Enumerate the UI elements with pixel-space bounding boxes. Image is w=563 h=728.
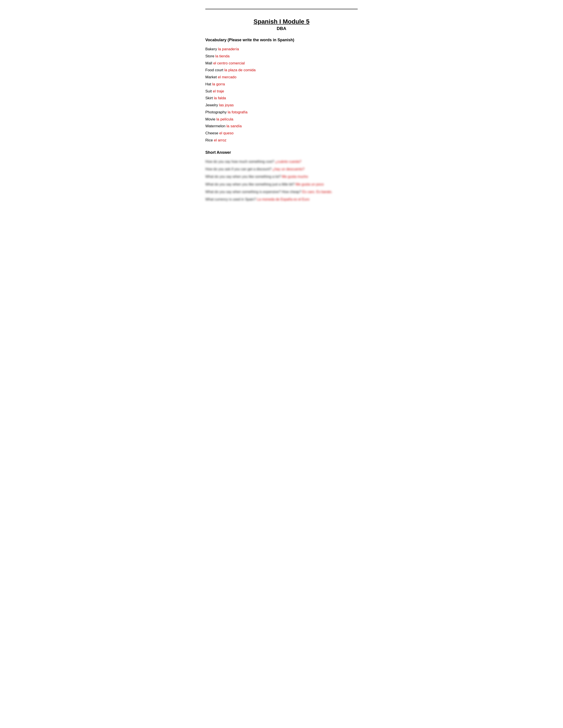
short-answer-item: What currency is used in Spain? La moned… bbox=[205, 196, 358, 203]
vocab-english: Skirt bbox=[205, 96, 214, 100]
vocab-item: Movie la película bbox=[205, 116, 358, 123]
vocabulary-section: Vocabulary (Please write the words in Sp… bbox=[205, 38, 358, 144]
vocab-item: Jewelry las joyas bbox=[205, 102, 358, 109]
short-answer-item: What do you say when something is expens… bbox=[205, 189, 358, 195]
vocab-item: Store la tienda bbox=[205, 53, 358, 60]
vocabulary-list: Bakery la panaderíaStore la tiendaMall e… bbox=[205, 46, 358, 144]
subtitle: DBA bbox=[205, 26, 358, 31]
vocab-spanish: la tienda bbox=[215, 54, 229, 58]
vocab-english: Store bbox=[205, 54, 215, 58]
question-text: What do you say when you like something … bbox=[205, 175, 282, 178]
vocab-spanish: la gorra bbox=[212, 82, 225, 86]
vocab-english: Movie bbox=[205, 117, 216, 121]
short-answer-questions: How do you say how much something cost? … bbox=[205, 158, 358, 203]
vocab-english: Photography bbox=[205, 110, 227, 114]
answer-text: ¿cuánto cuesta? bbox=[275, 160, 302, 163]
vocab-item: Suit el traje bbox=[205, 88, 358, 95]
short-answer-item: How do you say how much something cost? … bbox=[205, 158, 358, 165]
vocab-spanish: el centro comercial bbox=[213, 61, 245, 65]
question-text: What currency is used in Spain? bbox=[205, 197, 257, 201]
vocab-english: Market bbox=[205, 75, 218, 79]
short-answer-title: Short Answer bbox=[205, 150, 358, 155]
vocab-spanish: la panadería bbox=[218, 47, 239, 51]
answer-text: Es caro. Es barato. bbox=[302, 190, 332, 194]
vocab-english: Rice bbox=[205, 138, 214, 142]
vocab-english: Watermelon bbox=[205, 124, 226, 128]
title-section: Spanish I Module 5 DBA bbox=[205, 18, 358, 31]
vocab-item: Food court la plaza de comida bbox=[205, 67, 358, 73]
answer-text: Me gusta un poco bbox=[296, 182, 324, 186]
question-text: How do you say how much something cost? bbox=[205, 160, 275, 163]
answer-text: La moneda de España es el Euro bbox=[257, 197, 310, 201]
page: Spanish I Module 5 DBA Vocabulary (Pleas… bbox=[188, 0, 375, 243]
vocab-spanish: la película bbox=[216, 117, 233, 121]
vocab-english: Suit bbox=[205, 89, 213, 93]
vocab-item: Market el mercado bbox=[205, 74, 358, 81]
answer-text: ¿hay un descuento? bbox=[272, 167, 305, 171]
vocab-english: Bakery bbox=[205, 47, 218, 51]
vocab-item: Cheese el queso bbox=[205, 130, 358, 137]
vocabulary-section-title: Vocabulary (Please write the words in Sp… bbox=[205, 38, 358, 42]
short-answer-item: What do you say when you like something … bbox=[205, 173, 358, 180]
vocab-spanish: el queso bbox=[219, 131, 233, 135]
vocab-english: Jewelry bbox=[205, 103, 219, 107]
vocab-english: Mall bbox=[205, 61, 213, 65]
vocab-spanish: el mercado bbox=[218, 75, 236, 79]
vocab-spanish: la fotografía bbox=[227, 110, 247, 114]
vocab-spanish: el traje bbox=[213, 89, 224, 93]
short-answer-item: How do you ask if you can get a discount… bbox=[205, 166, 358, 173]
question-text: What do you say when something is expens… bbox=[205, 190, 302, 194]
vocab-english: Cheese bbox=[205, 131, 219, 135]
vocab-spanish: la plaza de comida bbox=[224, 68, 256, 72]
question-text: What do you say when you like something … bbox=[205, 182, 296, 186]
main-title: Spanish I Module 5 bbox=[205, 18, 358, 25]
vocab-item: Skirt la falda bbox=[205, 95, 358, 101]
vocab-item: Hat la gorra bbox=[205, 81, 358, 88]
question-text: How do you ask if you can get a discount… bbox=[205, 167, 272, 171]
top-border bbox=[205, 9, 358, 9]
answer-text: Me gusta mucho bbox=[282, 175, 308, 178]
vocab-spanish: el arroz bbox=[214, 138, 226, 142]
vocab-spanish: la falda bbox=[214, 96, 226, 100]
short-answer-item: What do you say when you like something … bbox=[205, 181, 358, 188]
vocab-item: Photography la fotografía bbox=[205, 109, 358, 116]
vocab-spanish: la sandía bbox=[226, 124, 242, 128]
vocab-item: Bakery la panadería bbox=[205, 46, 358, 53]
short-answer-section: Short Answer How do you say how much som… bbox=[205, 150, 358, 203]
vocab-spanish: las joyas bbox=[219, 103, 233, 107]
vocab-item: Rice el arroz bbox=[205, 137, 358, 144]
vocab-item: Mall el centro comercial bbox=[205, 60, 358, 67]
vocab-english: Hat bbox=[205, 82, 212, 86]
vocab-item: Watermelon la sandía bbox=[205, 123, 358, 129]
vocab-english: Food court bbox=[205, 68, 224, 72]
